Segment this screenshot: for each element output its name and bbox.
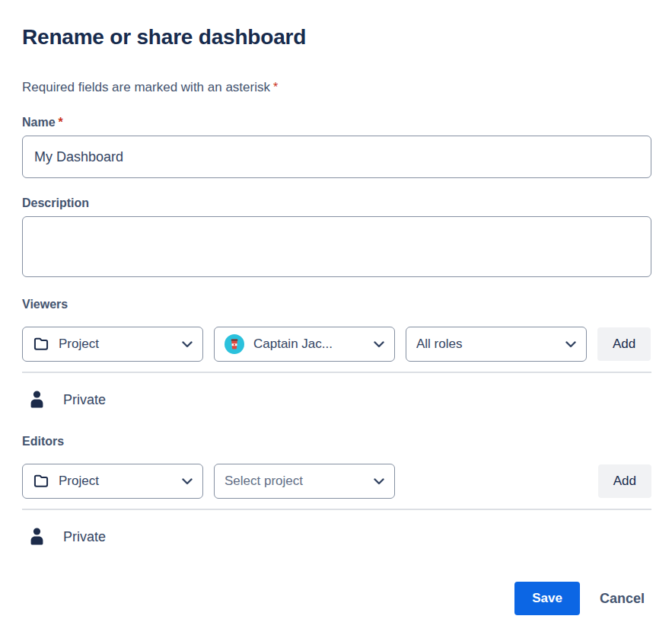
rename-share-dashboard-dialog: Rename or share dashboard Required field… [0, 0, 672, 635]
chevron-down-icon [565, 341, 576, 348]
save-button[interactable]: Save [514, 582, 580, 615]
description-textarea[interactable] [22, 216, 651, 277]
person-icon [29, 391, 45, 409]
editors-project-select-placeholder: Select project [225, 474, 368, 489]
name-required-asterisk: * [59, 116, 63, 129]
viewers-role-select-value: All roles [416, 337, 559, 352]
required-asterisk: * [273, 81, 278, 94]
viewers-role-select[interactable]: All roles [406, 327, 587, 362]
viewers-select-row: Project Captain Jac... [22, 327, 651, 362]
chevron-down-icon [374, 478, 384, 485]
name-label-text: Name [22, 116, 56, 129]
viewers-type-select[interactable]: Project [22, 327, 203, 362]
description-field-group: Description [22, 196, 651, 277]
user-avatar [225, 334, 244, 354]
viewers-project-select-value: Captain Jac... [253, 337, 368, 352]
viewers-add-button[interactable]: Add [597, 327, 651, 361]
editors-type-select[interactable]: Project [22, 464, 203, 499]
editors-type-select-value: Project [59, 474, 176, 489]
description-label: Description [22, 196, 651, 210]
viewers-project-select[interactable]: Captain Jac... [214, 327, 395, 362]
divider [22, 509, 651, 510]
editors-label: Editors [22, 434, 651, 448]
name-input[interactable] [22, 136, 651, 178]
viewers-access-status: Private [63, 392, 106, 408]
chevron-down-icon [182, 341, 193, 348]
editors-access-status: Private [63, 529, 106, 545]
viewers-type-select-value: Project [59, 337, 176, 352]
person-icon [29, 528, 45, 546]
chevron-down-icon [182, 478, 193, 485]
viewers-access-status-row: Private [22, 388, 651, 411]
editors-access-status-row: Private [22, 525, 651, 548]
folder-icon [33, 473, 49, 490]
editors-select-row: Project Select project Add [22, 464, 651, 499]
name-field-group: Name* [22, 115, 651, 178]
required-note: Required fields are marked with an aster… [22, 80, 651, 95]
viewers-section: Viewers Project [22, 297, 651, 411]
editors-project-select[interactable]: Select project [214, 464, 395, 499]
divider [22, 372, 651, 373]
editors-section: Editors Project Select project Add [22, 434, 651, 548]
name-label: Name* [22, 115, 651, 129]
dialog-footer: Save Cancel [22, 582, 651, 615]
editors-add-button[interactable]: Add [598, 464, 651, 498]
chevron-down-icon [374, 341, 384, 348]
viewers-label: Viewers [22, 297, 651, 311]
cancel-button[interactable]: Cancel [600, 591, 645, 607]
folder-icon [33, 336, 49, 353]
required-note-text: Required fields are marked with an aster… [22, 80, 270, 94]
dialog-title: Rename or share dashboard [22, 25, 651, 49]
